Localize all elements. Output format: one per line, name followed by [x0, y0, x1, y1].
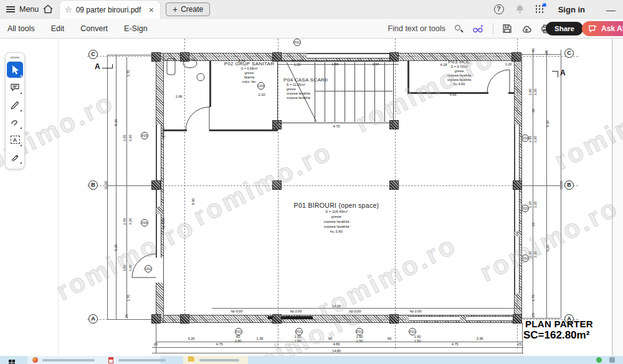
window-marker: F05 — [141, 132, 148, 139]
dimension-label: 14.80 — [332, 349, 341, 353]
dimension-label: 2.10 — [259, 93, 265, 96]
taskbar — [0, 356, 623, 364]
dimension-label: 90 — [388, 337, 391, 340]
dimension-label: 2.76 — [239, 59, 245, 63]
dimension-label: 4.80 — [333, 342, 340, 346]
plan-area-label: SC=162.80m² — [523, 329, 589, 342]
create-button[interactable]: + Create — [166, 2, 210, 16]
taskbar-item-title — [118, 359, 166, 362]
dimension-label: 3.20 — [128, 135, 132, 142]
taskbar-start-button[interactable] — [9, 357, 15, 364]
dimension-label: 1.66 — [176, 95, 183, 98]
dimension-label: 1.36 — [257, 337, 264, 340]
window-marker: F01 — [356, 328, 363, 335]
pdf-page[interactable]: romimo.roromimo.roromimo.roromimo.roromi… — [0, 39, 623, 356]
taskbar-item-browser[interactable] — [32, 357, 38, 363]
fill-sign-tool-button[interactable] — [7, 149, 23, 165]
dimension-label: hp 0.00 — [161, 218, 165, 230]
window-marker: U03 — [257, 82, 265, 90]
taskbar-item-title — [42, 359, 95, 362]
dimension-label: 3.20 — [128, 265, 132, 272]
create-label: Create — [181, 5, 203, 14]
highlight-tool-button[interactable] — [7, 96, 23, 113]
pdf-file-icon — [108, 357, 113, 363]
dimension-label: 20 — [545, 50, 548, 54]
dimension-label: hp 0.00 — [161, 128, 165, 139]
document-tab[interactable]: ☆ 09 parter birouri.pdf × — [59, 0, 161, 19]
comment-icon — [9, 82, 21, 93]
app-grid-icon[interactable] — [536, 5, 545, 14]
save-icon[interactable] — [502, 24, 512, 34]
textbox-icon: A — [11, 136, 20, 144]
dimension-label: .25 — [516, 342, 521, 346]
notifications-bell-icon[interactable] — [515, 4, 525, 14]
minimize-button[interactable]: — — [606, 4, 616, 15]
dimension-label: 4.75 — [216, 342, 223, 346]
tab-close-icon[interactable]: × — [148, 5, 155, 15]
ink-icon — [9, 116, 21, 128]
grid-marker: C — [564, 49, 574, 58]
taskbar-item-title — [199, 359, 239, 362]
dimension-label: 3.80 — [235, 339, 242, 343]
dimension-label: 1.96 — [332, 62, 339, 66]
help-icon[interactable]: ? — [494, 4, 504, 14]
grid-marker: A — [88, 314, 98, 324]
share-button[interactable]: Share — [546, 22, 583, 35]
select-tool-button[interactable] — [7, 62, 23, 78]
dimension-label: 1.34 — [373, 62, 379, 66]
window-marker: F01 — [235, 328, 242, 335]
dimension-label: 3.36 — [477, 337, 483, 340]
toolbar: All tools Edit Convert E-Sign Find text … — [0, 19, 623, 39]
add-text-tool-button[interactable]: A — [7, 131, 23, 147]
tray-icon[interactable] — [609, 357, 615, 363]
comment-tool-button[interactable] — [7, 79, 23, 95]
tab-title: 09 parter birouri.pdf — [76, 6, 144, 14]
window-marker: F02 — [521, 254, 529, 262]
taskbar-item-pdf[interactable] — [108, 357, 113, 363]
toolbar-item-all-tools[interactable]: All tools — [7, 24, 35, 33]
window-marker: F01 — [409, 328, 416, 335]
draw-tool-button[interactable] — [7, 114, 23, 130]
palette-drag-handle[interactable] — [10, 57, 20, 58]
upload-cloud-icon[interactable] — [521, 24, 532, 34]
dimension-label: 1.20 — [294, 63, 301, 67]
dimension-label: 3.20 — [533, 136, 537, 143]
sign-in-button[interactable]: Sign in — [558, 5, 585, 14]
dimension-label: 5.30 — [114, 119, 118, 126]
ask-ai-button[interactable]: Ask AI — [582, 21, 623, 36]
menu-button[interactable]: Menu — [6, 0, 39, 19]
toolbar-item-esign[interactable]: E-Sign — [124, 24, 148, 33]
dimension-label: 11.00 — [104, 181, 108, 190]
window-marker: F01 — [295, 328, 303, 335]
dimension-label: 3.20 — [128, 218, 132, 225]
star-icon[interactable]: ☆ — [65, 1, 72, 19]
toolbar-item-convert[interactable]: Convert — [80, 24, 108, 33]
dimension-label: 2.65 — [123, 218, 126, 225]
dimension-label: 4.65 — [450, 93, 457, 96]
dimension-label: 3.20 — [533, 251, 537, 258]
grid-marker: C — [88, 50, 98, 59]
dimension-label: hp 2.00 — [350, 309, 361, 313]
window-marker: F03 — [521, 205, 529, 212]
tray-green-icon[interactable] — [596, 357, 602, 363]
search-icon[interactable] — [454, 24, 464, 34]
pencil-icon — [9, 99, 21, 110]
dimension-label: 3.65 — [123, 135, 126, 142]
find-text-label[interactable]: Find text or tools — [388, 24, 445, 33]
toolbar-item-edit[interactable]: Edit — [51, 24, 65, 33]
window-marker: U01 — [145, 265, 152, 273]
dimension-label: hp 0.00 — [231, 309, 243, 313]
dimension-label: 1.50 — [356, 339, 363, 343]
taskbar-item-folder[interactable] — [188, 357, 194, 362]
hamburger-icon — [6, 4, 15, 14]
dimension-label: 5.30 — [546, 121, 549, 128]
signature-pen-icon — [9, 151, 21, 162]
chat-sparkle-icon — [588, 24, 597, 33]
dimension-label: 5.25 — [114, 245, 118, 251]
plan-title: PLAN PARTER — [525, 319, 593, 329]
dimension-label: hp 2.00 — [290, 309, 302, 313]
ai-assistant-icon[interactable] — [472, 24, 484, 34]
room-label: P03 HOLS = 6.70m²gresievopsea lavabilavo… — [403, 59, 515, 86]
home-button[interactable] — [42, 4, 55, 15]
dimension-label: hp 2.00 — [410, 309, 422, 313]
